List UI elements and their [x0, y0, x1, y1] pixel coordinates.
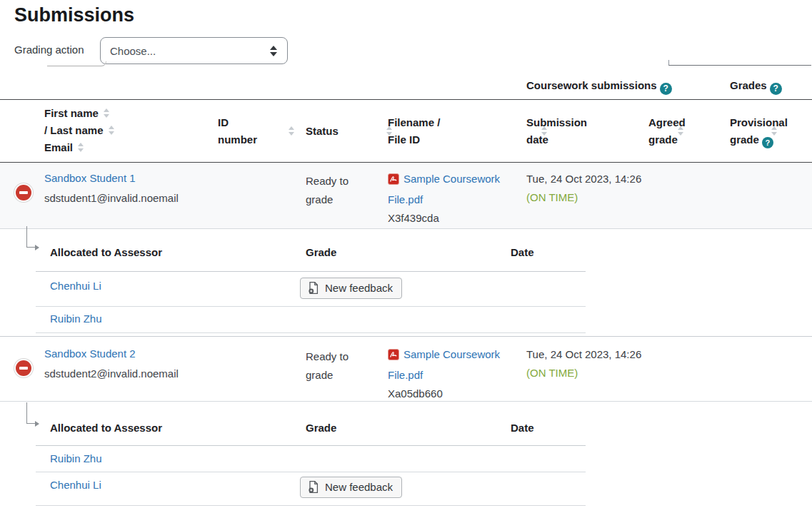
divider: [0, 401, 812, 402]
divider: [36, 332, 586, 333]
help-icon[interactable]: [762, 137, 773, 148]
column-header-provisional-grade: Provisional grade: [730, 114, 788, 148]
file-id: X3f439cda: [388, 209, 503, 228]
pdf-icon: [388, 347, 399, 366]
submission-date-cell: Tue, 24 Oct 2023, 14:26 (ON TIME): [526, 345, 652, 382]
elbow-arrow-icon: [26, 226, 35, 248]
column-header-submission-date: Submission date: [526, 114, 587, 148]
subtable-header-grade: Grade: [306, 246, 336, 258]
elbow-arrow-icon: [35, 245, 39, 250]
select-updown-icon: [270, 45, 277, 57]
sort-icon[interactable]: [289, 126, 295, 136]
sort-icon[interactable]: [104, 108, 110, 118]
new-feedback-button[interactable]: New feedback: [300, 278, 402, 299]
submission-date: Tue, 24 Oct 2023, 14:26: [526, 348, 641, 360]
subtable-header-date: Date: [511, 422, 534, 434]
page-title: Submissions: [14, 4, 134, 26]
assessor-link[interactable]: Ruibin Zhu: [50, 313, 102, 325]
file-link[interactable]: Sample Coursework File.pdf: [388, 348, 500, 381]
table-filter-input-edge[interactable]: [668, 60, 811, 66]
grading-action-value: Choose...: [110, 45, 156, 57]
sort-icon[interactable]: [109, 125, 115, 136]
help-icon[interactable]: [660, 83, 672, 95]
divider: [0, 228, 812, 229]
group-header-coursework: Coursework submissions: [526, 79, 672, 95]
subtable-header-grade: Grade: [306, 422, 336, 434]
file-cell: Sample Coursework File.pdf Xa05db660: [388, 345, 503, 403]
student-name-link[interactable]: Sandbox Student 1: [44, 172, 136, 184]
elbow-arrow-icon: [26, 402, 35, 424]
partial-box-edge: [47, 61, 106, 66]
file-plus-icon: [307, 281, 320, 295]
student-email: sdstudent1@invalid.noemail: [44, 192, 179, 204]
sort-icon[interactable]: [78, 142, 84, 153]
divider: [36, 306, 586, 307]
pdf-icon: [388, 172, 399, 190]
student-email: sdstudent2@invalid.noemail: [44, 367, 179, 380]
divider: [36, 472, 586, 472]
column-header-status: Status: [306, 123, 339, 140]
divider: [36, 505, 586, 506]
column-header-agreed-grade: Agreed grade: [648, 114, 686, 148]
assessor-link[interactable]: Chenhui Li: [50, 280, 101, 292]
elbow-arrow-icon: [35, 421, 39, 427]
column-header-name: First name / Last name Email: [44, 105, 115, 156]
divider: [0, 336, 812, 337]
subtable-header-date: Date: [511, 246, 534, 258]
new-feedback-button[interactable]: New feedback: [300, 477, 402, 498]
status-text: Ready to grade: [306, 172, 374, 209]
divider: [36, 271, 586, 272]
on-time-badge: (ON TIME): [526, 188, 652, 207]
file-plus-icon: [307, 480, 320, 494]
grading-action-label: Grading action: [14, 44, 84, 56]
group-header-grades: Grades: [730, 79, 782, 95]
column-header-filename: Filename / File ID: [388, 114, 440, 148]
on-time-badge: (ON TIME): [526, 364, 652, 382]
assessor-link[interactable]: Chenhui Li: [50, 479, 101, 491]
submission-date-cell: Tue, 24 Oct 2023, 14:26 (ON TIME): [526, 170, 652, 207]
student-name-link[interactable]: Sandbox Student 2: [44, 347, 136, 360]
submissions-page: Submissions Grading action Choose... Cou…: [0, 0, 812, 508]
help-icon[interactable]: [770, 83, 782, 95]
submission-date: Tue, 24 Oct 2023, 14:26: [526, 173, 641, 185]
divider: [36, 445, 586, 446]
subtable-header-assessor: Allocated to Assessor: [50, 246, 162, 258]
file-cell: Sample Coursework File.pdf X3f439cda: [388, 170, 503, 228]
status-text: Ready to grade: [306, 347, 374, 385]
column-header-idnumber: ID number: [218, 114, 257, 148]
divider: [0, 99, 812, 100]
remove-minus-icon[interactable]: [16, 360, 31, 376]
assessor-link[interactable]: Ruibin Zhu: [50, 452, 102, 464]
remove-minus-icon[interactable]: [16, 185, 31, 200]
file-link[interactable]: Sample Coursework File.pdf: [388, 173, 500, 205]
grading-action-select[interactable]: Choose...: [100, 37, 288, 64]
subtable-header-assessor: Allocated to Assessor: [50, 422, 162, 434]
